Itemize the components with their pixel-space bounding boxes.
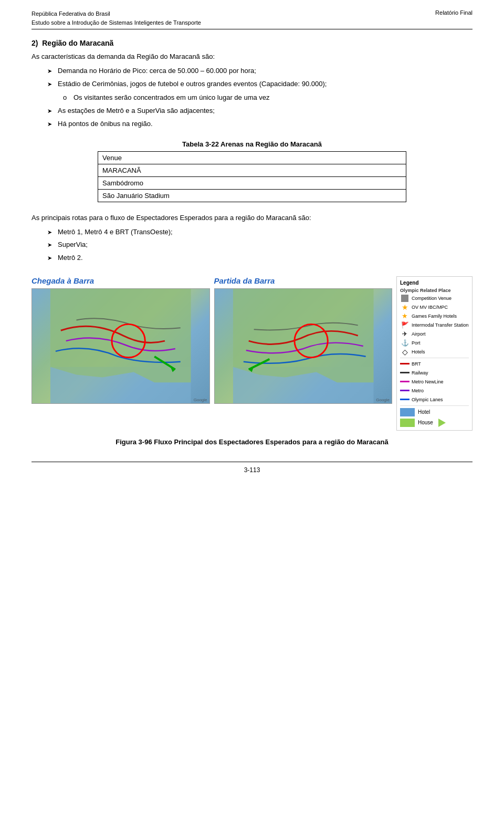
legend-competition-icon [400, 295, 410, 302]
legend-item-intermodal: 🚩 Intermodal Transfer Station [400, 321, 469, 329]
page-container: República Federativa do Brasil Estudo so… [0, 0, 504, 495]
svg-marker-1 [50, 289, 191, 382]
table-cell-1: Sambódromo [98, 176, 406, 189]
maps-section: Chegada à Barra [32, 276, 472, 431]
legend-item-games-hotels: ★ Games Family Hotels [400, 312, 469, 320]
right-map-block: Partida da Barra [214, 276, 393, 404]
left-map-watermark: Google [194, 398, 207, 402]
legend-airport-label: Airport [412, 331, 426, 337]
route-item-0: Metrô 1, Metrô 4 e BRT (TransOeste); [47, 227, 472, 238]
left-map-block: Chegada à Barra [32, 276, 210, 404]
legend-olympic-lanes-icon [400, 396, 410, 403]
legend-port-icon: ⚓ [400, 339, 410, 347]
legend-subtitle: Olympic Related Place [400, 288, 469, 293]
route-item-1: SuperVia; [47, 239, 472, 251]
legend-hotel-item: Hotel [400, 408, 469, 416]
legend-house-box [400, 419, 415, 427]
legend-box: Legend Olympic Related Place Competition… [396, 276, 472, 431]
legend-item-port: ⚓ Port [400, 339, 469, 347]
legend-item-hotels: ◇ Hotels [400, 348, 469, 356]
table-title: Tabela 3-22 Arenas na Região do Maracanã [98, 140, 406, 148]
left-map-svg [32, 289, 209, 403]
legend-brt-icon [400, 360, 410, 368]
right-map-label: Partida da Barra [214, 276, 393, 285]
legend-divider-1 [400, 358, 469, 358]
table-row-1: Sambódromo [98, 176, 406, 189]
right-map-bg: Google [215, 289, 392, 403]
page-header: República Federativa do Brasil Estudo so… [32, 9, 472, 29]
legend-item-ov: ★ OV MV IBC/MPC [400, 304, 469, 311]
legend-hotels-icon: ◇ [400, 348, 410, 356]
bullet-list-2: As estações de Metrô e a SuperVia são ad… [47, 106, 472, 130]
table-row-header: Venue [98, 151, 406, 164]
left-map-label: Chegada à Barra [32, 276, 210, 285]
right-map-watermark: Google [376, 398, 390, 402]
left-map-image: Google [32, 288, 210, 404]
header-right: Relatório Final [435, 9, 472, 16]
legend-item-airport: ✈ Airport [400, 330, 469, 338]
svg-marker-5 [233, 289, 373, 382]
table-cell-2: São Januário Stadium [98, 189, 406, 202]
legend-metro-newline-label: Metro NewLine [412, 379, 444, 384]
legend-intermodal-label: Intermodal Transfer Station [412, 322, 469, 328]
sub-bullet-list: Os visitantes serão concentrados em um ú… [63, 92, 472, 103]
legend-ov-label: OV MV IBC/MPC [412, 305, 448, 310]
legend-item-brt: BRT [400, 360, 469, 368]
legend-metro-label: Metro [412, 388, 424, 393]
legend-item-metro-newline: Metro NewLine [400, 378, 469, 385]
route-item-2: Metrô 2. [47, 253, 472, 264]
venues-table: Venue MARACANÃ Sambódromo São Januário S… [98, 151, 406, 202]
figure-caption: Figura 3-96 Fluxo Principal dos Espectad… [32, 438, 472, 446]
bullet-item-1: Demanda no Horário de Pico: cerca de 50.… [47, 66, 472, 77]
legend-airport-icon: ✈ [400, 330, 410, 338]
bullet-item-3: As estações de Metrô e a SuperVia são ad… [47, 106, 472, 117]
legend-hotel-house-section: Hotel House [400, 408, 469, 427]
legend-house-label: House [418, 420, 433, 425]
legend-games-hotels-icon: ★ [400, 312, 410, 320]
table-row-2: São Januário Stadium [98, 189, 406, 202]
legend-games-hotels-label: Games Family Hotels [412, 314, 457, 319]
legend-item-metro: Metro [400, 387, 469, 394]
legend-house-item: House [400, 419, 469, 427]
legend-competition-label: Competition Venue [412, 296, 452, 301]
header-institution: República Federativa do Brasil [32, 9, 201, 18]
routes-list: Metrô 1, Metrô 4 e BRT (TransOeste); Sup… [47, 227, 472, 264]
legend-intermodal-icon: 🚩 [400, 321, 410, 329]
header-left: República Federativa do Brasil Estudo so… [32, 9, 201, 27]
legend-item-competition: Competition Venue [400, 295, 469, 302]
legend-metro-newline-icon [400, 378, 410, 385]
left-map-bg: Google [32, 289, 209, 403]
section-intro: As características da demanda da Região … [32, 51, 472, 62]
table-section: Tabela 3-22 Arenas na Região do Maracanã… [98, 140, 406, 202]
legend-item-railway: Railway [400, 369, 469, 377]
legend-metro-icon [400, 387, 410, 394]
legend-divider-2 [400, 405, 469, 406]
bullet-item-2: Estádio de Cerimônias, jogos de futebol … [47, 79, 472, 90]
legend-olympic-lanes-label: Olympic Lanes [412, 397, 443, 402]
header-study-title: Estudo sobre a Introdução de Sistemas In… [32, 18, 201, 27]
legend-port-label: Port [412, 340, 421, 346]
legend-hotel-label: Hotel [418, 409, 430, 415]
legend-railway-icon [400, 369, 410, 377]
sub-bullet-item-1: Os visitantes serão concentrados em um ú… [63, 92, 472, 103]
legend-hotel-box [400, 408, 415, 416]
legend-ov-icon: ★ [400, 304, 410, 311]
legend-hotels-label: Hotels [412, 349, 425, 354]
table-cell-0: MARACANÃ [98, 164, 406, 176]
section-number: 2) Região do Maracanã [32, 39, 472, 47]
legend-item-olympic-lanes: Olympic Lanes [400, 396, 469, 403]
routes-intro: As principais rotas para o fluxo de Espe… [32, 213, 472, 224]
table-row-0: MARACANÃ [98, 164, 406, 176]
legend-title: Legend [400, 280, 469, 286]
bullet-list-1: Demanda no Horário de Pico: cerca de 50.… [47, 66, 472, 90]
right-map-svg [215, 289, 392, 403]
table-header-venue: Venue [98, 151, 406, 164]
legend-railway-label: Railway [412, 370, 428, 376]
right-map-image: Google [214, 288, 393, 404]
page-number: 3-113 [32, 462, 472, 474]
legend-brt-label: BRT [412, 361, 421, 367]
legend-house-arrow [438, 419, 446, 427]
bullet-item-4: Há pontos de ônibus na região. [47, 119, 472, 130]
